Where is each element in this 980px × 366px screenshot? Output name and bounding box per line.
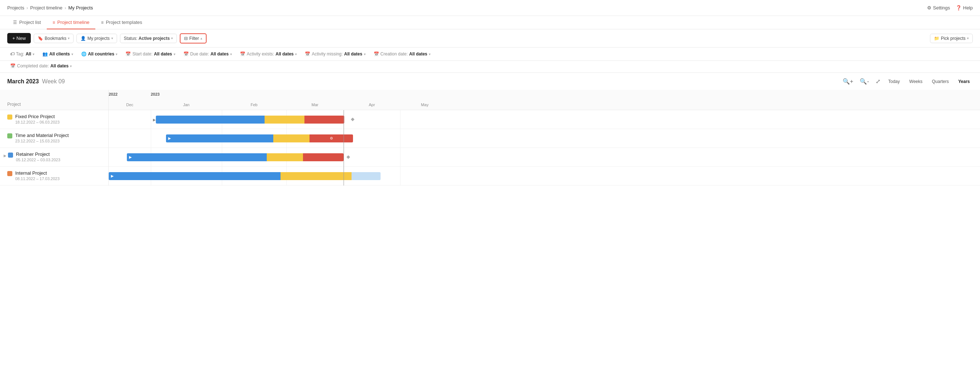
today-button[interactable]: Today [885,78,903,86]
filter-activity-exists[interactable]: 📅 Activity exists: All dates ▾ [237,50,300,57]
project-icon [7,115,12,119]
settings-label: Settings [933,5,950,11]
filter-completed-date[interactable]: 📅 Completed date: All dates ▾ [7,62,75,70]
bar-red-gear[interactable]: ⚙ [310,134,353,142]
help-link[interactable]: ❓ Help [956,5,973,11]
filter-creation-date[interactable]: 📅 Creation date: All dates ▾ [371,50,433,57]
diamond-marker [351,118,355,121]
bar-yellow-segment[interactable] [273,134,310,142]
bar-blue-play[interactable]: ▶ [166,134,273,142]
project-name[interactable]: Internal Project [15,170,59,176]
actmissing-chevron: ▾ [364,52,366,56]
month-jan: Jan [151,103,222,107]
filter-tag[interactable]: 🏷 Tag: All ▾ [7,50,37,57]
settings-link[interactable]: ⚙ Settings [927,5,950,11]
project-info: Fixed Price Project 18.12.2022 – 06.03.2… [15,114,59,124]
zoom-in-button[interactable]: 🔍+ [841,77,854,86]
start-indicator: ▶ [153,118,156,121]
project-icon [8,153,13,158]
weeks-button[interactable]: Weeks [907,78,925,86]
top-nav: Projects › Project timeline › My Project… [0,0,980,16]
month-apr: Apr [344,103,400,107]
month-mar: Mar [286,103,344,107]
gantt-row-retainer: ▶ [109,148,980,167]
projects-col-header: Project [0,90,108,110]
bookmarks-chevron: ▾ [68,36,70,40]
my-projects-label: My projects [88,36,110,41]
bar-red-segment[interactable] [303,153,344,161]
gantt-area: 2022 2023 Dec Jan Feb Mar Apr May [109,90,980,186]
new-button[interactable]: + New [7,33,31,43]
bar-blue-play[interactable]: ▶ [127,153,267,161]
project-icon-wrap [7,171,12,176]
years-button[interactable]: Years [955,78,973,86]
quarters-button[interactable]: Quarters [929,78,952,86]
help-label: Help [963,5,973,11]
gantt-rows: ▶ [109,110,980,186]
breadcrumb-root[interactable]: Projects [7,5,24,11]
my-projects-button[interactable]: 👤 My projects ▾ [76,34,117,43]
bar-blue-play[interactable]: ▶ [109,172,280,180]
breadcrumb: Projects › Project timeline › My Project… [7,5,93,11]
filter-due-date[interactable]: 📅 Due date: All dates ▾ [180,50,235,57]
filter-start-date[interactable]: 📅 Start date: All dates ▾ [123,50,178,57]
today-line [344,110,344,186]
filter-button[interactable]: ⊟ Filter ▴ [180,33,207,43]
bar-yellow-segment[interactable] [264,116,304,124]
tag-chevron: ▾ [33,52,35,56]
clients-chevron: ▾ [72,52,73,56]
startdate-chevron: ▾ [173,52,175,56]
tab-project-timeline[interactable]: ≡ Project timeline [47,16,95,29]
duedate-icon: 📅 [183,51,189,57]
startdate-icon: 📅 [126,51,131,57]
filter-bar-row2: 📅 Completed date: All dates ▾ [0,61,980,73]
countries-chevron: ▾ [116,52,118,56]
project-row: ▶ Retainer Project 05.12.2022 – 03.03.20… [0,148,108,167]
project-icon-wrap [7,134,12,138]
project-info: Internal Project 08.11.2022 – 17.03.2023 [15,170,59,181]
timeline-header-row: March 2023 Week 09 🔍+ 🔍- ⤢ Today Weeks Q… [0,73,980,90]
bookmarks-button[interactable]: 🔖 Bookmarks ▾ [34,34,73,43]
status-button[interactable]: Status: Active projects ▾ [120,34,177,43]
timeline-main: Project Fixed Price Project 18.12.2022 –… [0,90,980,186]
filter-all-clients[interactable]: 👥 All clients ▾ [40,50,76,57]
bar-red-segment[interactable] [304,116,344,124]
project-info: Time and Material Project 23.12.2022 – 1… [15,133,69,143]
pick-projects-button[interactable]: 📁 Pick projects ▾ [930,34,973,43]
projects-column: Project Fixed Price Project 18.12.2022 –… [0,90,109,186]
tag-icon: 🏷 [10,51,14,57]
status-text-label: Status: Active projects [124,36,170,41]
gear-icon: ⚙ [927,5,931,11]
filter-all-countries[interactable]: 🌐 All countries ▾ [78,50,121,57]
breadcrumb-current: My Projects [68,5,93,11]
countries-icon: 🌐 [81,51,87,57]
my-projects-chevron: ▾ [111,36,113,40]
project-dates: 23.12.2022 – 15.03.2023 [15,139,69,143]
new-button-label: + New [12,35,26,41]
year-2023: 2023 [151,92,159,96]
filter-activity-missing[interactable]: 📅 Activity missing: All dates ▾ [302,50,368,57]
actexists-icon: 📅 [240,51,245,57]
expand-button[interactable]: ⤢ [874,77,882,86]
project-name[interactable]: Retainer Project [16,151,60,157]
bar-yellow-segment[interactable] [280,172,352,180]
play-icon: ▶ [129,155,132,159]
project-name[interactable]: Time and Material Project [15,133,69,138]
project-icon [7,134,12,138]
project-row: Fixed Price Project 18.12.2022 – 06.03.2… [0,110,108,129]
bar-blue-segment[interactable] [156,116,264,124]
project-name[interactable]: Fixed Price Project [15,114,59,119]
zoom-out-button[interactable]: 🔍- [858,77,870,86]
month-feb: Feb [222,103,286,107]
tab-project-list[interactable]: ☰ Project list [7,16,47,29]
breadcrumb-middle[interactable]: Project timeline [30,5,62,11]
project-dates: 18.12.2022 – 06.03.2023 [15,120,59,124]
play-icon: ▶ [111,174,114,178]
duedate-chevron: ▾ [230,52,232,56]
toggle-arrow[interactable]: ▶ [4,154,6,158]
tab-project-timeline-label: Project timeline [57,19,89,25]
tab-project-templates[interactable]: ≡ Project templates [95,16,148,29]
bookmark-icon: 🔖 [38,36,43,41]
bar-yellow-segment[interactable] [267,153,303,161]
bar-light-segment[interactable] [352,172,380,180]
